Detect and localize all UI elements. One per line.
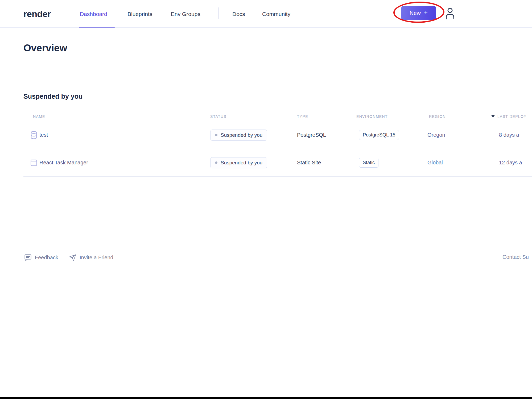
plus-icon: + <box>424 9 428 16</box>
environment-badge: Static <box>359 158 378 168</box>
column-header-region[interactable]: REGION <box>429 111 446 121</box>
invite-a-friend-button[interactable]: Invite a Friend <box>69 254 113 261</box>
column-header-last-deploy[interactable]: LAST DEPLOY <box>491 111 527 121</box>
column-header-environment[interactable]: ENVIRONMENT <box>356 111 388 121</box>
column-header-status[interactable]: STATUS <box>210 111 226 121</box>
table-row[interactable]: React Task Manager Suspended by you Stat… <box>23 149 532 177</box>
feedback-button[interactable]: Feedback <box>24 254 58 261</box>
render-logo[interactable]: render <box>23 9 51 19</box>
services-table: NAME STATUS TYPE ENVIRONMENT REGION LAST… <box>23 111 532 177</box>
invite-a-friend-label: Invite a Friend <box>80 255 113 261</box>
status-badge-label: Suspended by you <box>221 132 262 138</box>
status-badge: Suspended by you <box>210 157 267 168</box>
status-cell: Suspended by you <box>210 149 267 176</box>
environment-cell: PostgreSQL 15 <box>359 121 399 149</box>
status-badge: Suspended by you <box>210 130 267 141</box>
environment-cell: Static <box>359 149 378 176</box>
bottom-edge-bar <box>0 397 532 399</box>
contact-support-link[interactable]: Contact Su <box>502 254 529 260</box>
service-name-link[interactable]: test <box>39 121 48 149</box>
nav-link-docs[interactable]: Docs <box>232 0 245 28</box>
static-site-icon <box>30 149 37 176</box>
type-cell: PostgreSQL <box>297 121 326 149</box>
status-dot-icon <box>215 161 217 164</box>
section-title: Suspended by you <box>23 93 83 100</box>
database-icon <box>30 121 37 149</box>
status-badge-label: Suspended by you <box>221 160 262 166</box>
status-cell: Suspended by you <box>210 121 267 149</box>
top-navigation-bar: render Dashboard Blueprints Env Groups D… <box>0 0 532 28</box>
person-icon <box>445 7 456 20</box>
page-title: Overview <box>23 43 67 54</box>
sort-descending-icon <box>491 115 495 118</box>
region-cell: Global <box>427 149 443 176</box>
nav-tab-blueprints[interactable]: Blueprints <box>127 0 152 28</box>
new-button[interactable]: New + <box>401 6 436 20</box>
type-cell: Static Site <box>297 149 321 176</box>
account-button[interactable] <box>445 7 456 20</box>
table-header-row: NAME STATUS TYPE ENVIRONMENT REGION LAST… <box>23 111 532 121</box>
service-name-link[interactable]: React Task Manager <box>39 149 88 176</box>
render-dashboard-page: render Dashboard Blueprints Env Groups D… <box>0 0 532 399</box>
active-tab-underline <box>79 27 115 28</box>
feedback-label: Feedback <box>35 255 58 261</box>
status-dot-icon <box>215 134 217 136</box>
nav-tab-env-groups[interactable]: Env Groups <box>171 0 200 28</box>
new-button-label: New <box>410 10 421 16</box>
last-deploy-cell: 8 days a <box>499 121 519 149</box>
paper-plane-icon <box>69 254 76 261</box>
feedback-icon <box>24 254 32 261</box>
column-header-type[interactable]: TYPE <box>297 111 308 121</box>
table-row[interactable]: test Suspended by you PostgreSQL Postgre… <box>23 121 532 149</box>
last-deploy-cell: 12 days a <box>499 149 522 176</box>
nav-divider <box>218 7 218 19</box>
nav-tab-dashboard[interactable]: Dashboard <box>80 0 107 28</box>
region-cell: Oregon <box>427 121 445 149</box>
column-header-last-deploy-label: LAST DEPLOY <box>497 114 527 119</box>
column-header-name[interactable]: NAME <box>33 111 45 121</box>
environment-badge: PostgreSQL 15 <box>359 130 399 140</box>
nav-link-community[interactable]: Community <box>262 0 290 28</box>
